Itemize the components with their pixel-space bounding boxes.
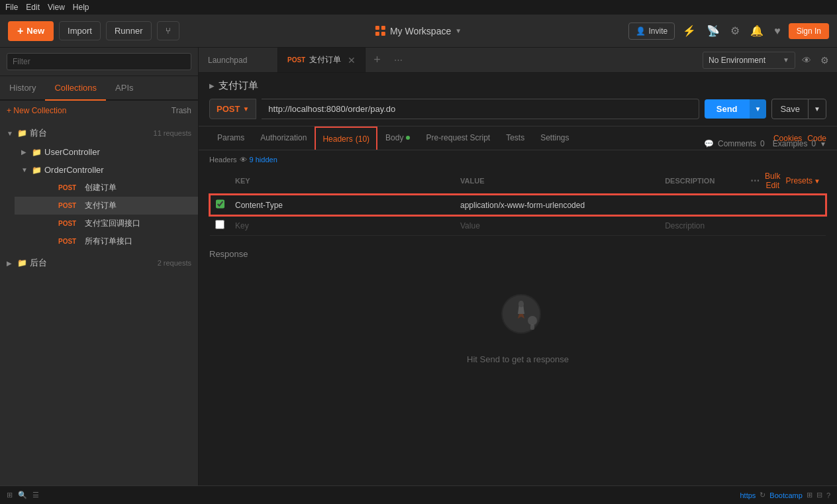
req-tab-prerequest[interactable]: Pre-request Script (418, 127, 498, 150)
menu-edit[interactable]: Edit (26, 3, 40, 12)
tab-add-button[interactable]: + (366, 53, 389, 67)
tab-collections[interactable]: Collections (45, 76, 106, 101)
list-item-pay-order[interactable]: POST 支付订单 (15, 197, 198, 215)
bulk-edit-button[interactable]: Bulk Edit (765, 172, 780, 190)
req-tab-headers[interactable]: Headers (10) (315, 126, 377, 150)
save-button[interactable]: Save (771, 99, 808, 119)
list-item-alipay-callback[interactable]: POST 支付宝回调接口 (15, 215, 198, 232)
trash-button[interactable]: Trash (172, 106, 191, 115)
heart-icon-btn[interactable]: ♥ (771, 23, 783, 40)
arrow-icon: ▼ (21, 166, 29, 174)
env-chevron-icon: ▼ (783, 56, 789, 64)
new-collection-button[interactable]: + New Collection (7, 106, 66, 115)
examples-chevron-icon: ▼ (820, 140, 826, 148)
menu-bar: File Edit View Help (0, 0, 837, 15)
search-input[interactable] (7, 53, 191, 70)
hidden-count[interactable]: 9 hidden (250, 156, 277, 164)
req-tab-tests[interactable]: Tests (498, 127, 532, 150)
send-button[interactable]: Send (705, 99, 750, 119)
settings-env-icon-btn[interactable]: ⚙ (818, 52, 832, 68)
list-item-all-orders[interactable]: POST 所有订单接口 (15, 232, 198, 250)
fork-button[interactable]: ⑂ (157, 21, 179, 40)
notification-icon-btn[interactable]: 🔔 (748, 22, 766, 40)
row-checkbox[interactable] (215, 220, 224, 229)
folder-icon: 📁 (32, 148, 42, 157)
method-badge-post: POST (58, 220, 81, 227)
tab-label-launchpad: Launchpad (208, 56, 247, 65)
arrow-icon: ▼ (7, 130, 15, 137)
status-icon-console[interactable]: ⊞ (7, 491, 13, 499)
row-actions-cell (745, 195, 826, 215)
status-windows-icon[interactable]: ⊟ (816, 491, 822, 499)
folder-ordercontroller[interactable]: ▼ 📁 OrderController ⋯ (15, 161, 198, 179)
desc-cell[interactable] (660, 215, 745, 236)
more-cols-icon[interactable]: ⋯ (750, 176, 760, 186)
status-icon-search[interactable]: 🔍 (18, 491, 27, 499)
folder-icon: 📁 (32, 166, 42, 175)
list-item-create-order[interactable]: POST 创建订单 (15, 179, 198, 197)
runner-button[interactable]: Runner (106, 21, 152, 40)
desc-cell (660, 195, 745, 215)
row-checkbox[interactable] (216, 199, 224, 209)
folder-name-qiantai: 前台 (30, 127, 151, 139)
wifi-icon-btn[interactable]: 📡 (704, 22, 722, 40)
svg-point-2 (518, 301, 524, 307)
new-button[interactable]: + New (8, 21, 54, 41)
url-input[interactable] (262, 99, 699, 119)
req-tab-params[interactable]: Params (209, 127, 252, 150)
bootcamp-link[interactable]: Bootcamp (769, 491, 803, 499)
save-btn-group: Save ▼ (771, 99, 826, 119)
save-dropdown-button[interactable]: ▼ (808, 99, 826, 119)
tabs-bar: Launchpad POST 支付订单 ✕ + ⋯ No Environment… (199, 48, 837, 73)
comments-label: Comments (718, 139, 756, 148)
status-grid-icon[interactable]: ⊞ (807, 491, 812, 499)
signin-button[interactable]: Sign In (789, 23, 829, 39)
value-cell: application/x-www-form-urlencoded (455, 195, 660, 215)
key-cell[interactable] (230, 215, 455, 236)
tab-launchpad[interactable]: Launchpad (199, 48, 278, 72)
tab-history[interactable]: History (0, 76, 45, 101)
method-select[interactable]: POST ▼ (209, 99, 256, 119)
lightning-icon-btn[interactable]: ⚡ (680, 22, 699, 40)
examples-section[interactable]: Examples 0 ▼ (773, 139, 826, 148)
import-button[interactable]: Import (59, 21, 101, 40)
invite-button[interactable]: 👤 Invite (628, 23, 675, 40)
body-dot-icon (406, 136, 410, 140)
workspace-selector[interactable]: My Workspace ▼ (375, 26, 462, 36)
settings-icon-btn[interactable]: ⚙ (728, 22, 742, 40)
menu-file[interactable]: File (5, 3, 18, 12)
menu-view[interactable]: View (48, 3, 65, 12)
method-label: POST (217, 104, 240, 114)
https-link[interactable]: https (740, 491, 756, 499)
tab-apis[interactable]: APIs (106, 76, 142, 101)
sidebar: History Collections APIs + New Collectio… (0, 48, 199, 485)
menu-help[interactable]: Help (73, 3, 89, 12)
desc-input[interactable] (665, 221, 740, 230)
value-cell[interactable] (455, 215, 660, 236)
req-tab-body[interactable]: Body (377, 127, 418, 150)
status-sync-icon: ↻ (760, 491, 765, 499)
key-input[interactable] (235, 221, 450, 230)
subfolder-usercontroller: ▶ 📁 UserController (0, 143, 198, 161)
eye-icon-btn[interactable]: 👁 (799, 52, 814, 68)
status-help-icon[interactable]: ? (826, 491, 830, 499)
tab-close-icon[interactable]: ✕ (348, 55, 356, 66)
req-tab-auth[interactable]: Authorization (252, 127, 315, 150)
tab-more-button[interactable]: ⋯ (389, 55, 408, 65)
req-tab-settings[interactable]: Settings (532, 127, 577, 150)
send-dropdown-button[interactable]: ▼ (750, 99, 767, 119)
folder-qiantai[interactable]: ▼ 📁 前台 11 requests (0, 123, 198, 143)
value-input[interactable] (460, 221, 654, 230)
folder-houtai[interactable]: ▶ 📁 后台 2 requests (0, 253, 198, 273)
status-icon-panel[interactable]: ☰ (32, 491, 39, 499)
workspace-icon (375, 26, 386, 36)
tree-group-qiantai: ▼ 📁 前台 11 requests ▶ 📁 UserController ▼ (0, 123, 198, 250)
item-name: 支付订单 (85, 200, 117, 211)
examples-label: Examples (773, 139, 808, 148)
presets-button[interactable]: Presets ▼ (785, 176, 820, 185)
tab-pay-order[interactable]: POST 支付订单 ✕ (278, 48, 366, 72)
env-label: No Environment (709, 56, 765, 65)
environment-dropdown[interactable]: No Environment ▼ (703, 52, 795, 69)
folder-usercontroller[interactable]: ▶ 📁 UserController (15, 143, 198, 161)
subfolder-ordercontroller: ▼ 📁 OrderController ⋯ POST 创建订单 POST 支付订… (0, 161, 198, 250)
